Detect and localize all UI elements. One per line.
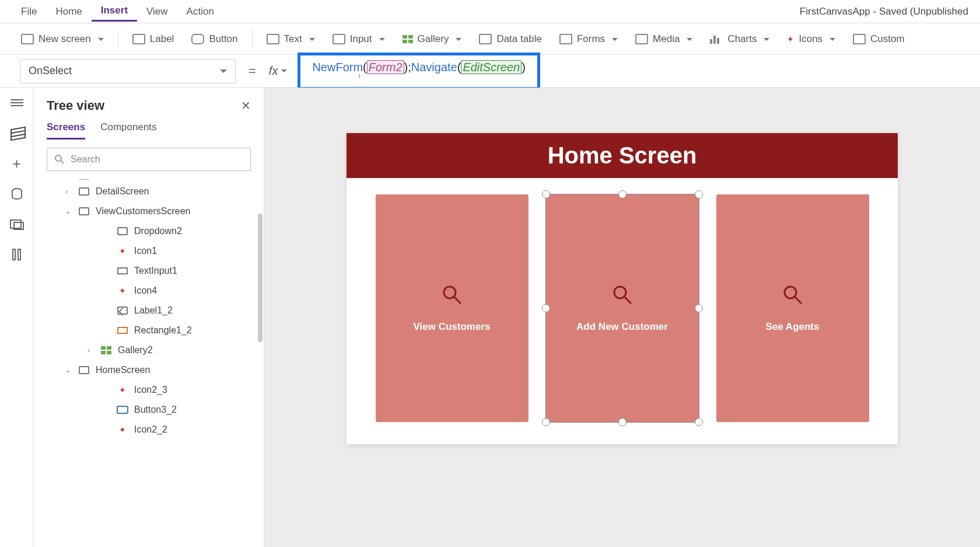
selection-handle[interactable]: [542, 190, 550, 198]
card-view-customers[interactable]: View Customers: [376, 194, 528, 422]
icons-button[interactable]: ✦ Icons: [780, 30, 842, 48]
chevron-down-icon: [281, 69, 287, 75]
menu-file[interactable]: File: [12, 2, 46, 21]
caret-hint: ↑: [312, 74, 526, 78]
formula-fn1: NewForm: [312, 61, 363, 74]
text-button[interactable]: Text: [260, 30, 322, 48]
tools-icon: [11, 248, 23, 261]
button-button[interactable]: Button: [184, 30, 244, 48]
media-button[interactable]: Media: [628, 30, 699, 48]
svg-rect-0: [10, 220, 21, 228]
canvas-area[interactable]: Home Screen View CustomersAdd New Custom…: [264, 88, 980, 547]
svg-rect-3: [18, 249, 20, 260]
rail-data[interactable]: [9, 187, 25, 201]
media-icon: [635, 34, 648, 44]
menu-bar: File Home Insert View Action FirstCanvas…: [0, 0, 980, 23]
search-icon: [611, 284, 634, 308]
tree-item-editscreen[interactable]: ›EditScreen: [34, 179, 264, 182]
rail-hamburger[interactable]: [9, 96, 25, 110]
tree-search[interactable]: Search: [47, 148, 251, 171]
database-icon: [12, 188, 22, 200]
tree-item-label: Icon2_2: [134, 424, 167, 435]
fx-label[interactable]: fx: [269, 64, 288, 78]
button-label: Button: [209, 33, 237, 45]
menu-action[interactable]: Action: [177, 2, 223, 21]
screen-icon: [21, 34, 34, 44]
fx-text: fx: [269, 64, 278, 78]
datatable-icon: [479, 34, 492, 44]
selection-handle[interactable]: [695, 304, 703, 312]
tab-components[interactable]: Components: [100, 121, 156, 140]
tree-item-dropdown2[interactable]: Dropdown2: [34, 221, 264, 241]
tree-list: ›EditScreen›DetailScreen⌄ViewCustomersSc…: [34, 179, 264, 547]
selection-handle[interactable]: [618, 190, 626, 198]
forms-label: Forms: [577, 33, 605, 45]
label-icon: [132, 34, 145, 44]
selection-handle[interactable]: [542, 418, 550, 426]
tree-item-icon1[interactable]: ✦Icon1: [34, 241, 264, 261]
tree-item-label: DetailScreen: [96, 186, 149, 197]
chevron-down-icon: [220, 69, 227, 76]
tree-item-rectangle1_2[interactable]: Rectangle1_2: [34, 320, 264, 340]
new-screen-button[interactable]: New screen: [14, 30, 111, 48]
tree-item-label1_2[interactable]: Label1_2: [34, 301, 264, 320]
media-icon: [10, 218, 24, 230]
tree-item-label: Dropdown2: [134, 226, 182, 236]
forms-button[interactable]: Forms: [552, 30, 625, 48]
rail-insert[interactable]: +: [9, 156, 25, 170]
tree-arrow-icon: ⌄: [65, 207, 72, 215]
tree-item-button3_2[interactable]: Button3_2: [34, 400, 264, 420]
menu-view[interactable]: View: [137, 2, 177, 21]
new-screen-label: New screen: [38, 33, 91, 45]
menu-insert[interactable]: Insert: [92, 1, 137, 22]
tree-scrollbar[interactable]: [258, 214, 262, 342]
canvas-header: Home Screen: [346, 133, 898, 178]
formula-highlight-box: NewForm(Form2);Navigate(EditScreen) ↑: [298, 53, 540, 90]
tree-close-button[interactable]: ✕: [241, 99, 251, 113]
tree-item-viewcustomersscreen[interactable]: ⌄ViewCustomersScreen: [34, 201, 264, 221]
rail-tools[interactable]: [9, 248, 25, 262]
text-icon: [267, 34, 279, 44]
selection-handle[interactable]: [618, 418, 626, 426]
input-button[interactable]: Input: [326, 30, 392, 48]
gallery-label: Gallery: [418, 33, 449, 45]
tree-item-textinput1[interactable]: TextInput1: [34, 261, 264, 281]
card-label: View Customers: [414, 321, 491, 333]
tree-item-label: Icon4: [134, 285, 157, 296]
svg-point-4: [55, 155, 61, 161]
card-add-new-customer[interactable]: Add New Customer: [546, 194, 699, 422]
tree-arrow-icon: ›: [88, 346, 94, 354]
tree-item-homescreen[interactable]: ⌄HomeScreen: [34, 360, 264, 380]
formula-arg1: Form2: [367, 60, 404, 74]
tree-search-placeholder: Search: [71, 154, 100, 165]
tree-item-label: Rectangle1_2: [134, 325, 192, 336]
button-icon: [191, 34, 204, 44]
tree-arrow-icon: ›: [65, 179, 72, 180]
tree-item-icon2_3[interactable]: ✦Icon2_3: [34, 380, 264, 400]
selection-handle[interactable]: [695, 418, 703, 426]
menu-home[interactable]: Home: [46, 2, 91, 21]
search-icon: [54, 154, 65, 165]
property-selector[interactable]: OnSelect: [20, 59, 236, 83]
data-table-button[interactable]: Data table: [472, 30, 549, 48]
canvas-cards: View CustomersAdd New CustomerSee Agents: [346, 178, 898, 422]
tree-item-detailscreen[interactable]: ›DetailScreen: [34, 182, 264, 201]
svg-rect-2: [13, 249, 15, 260]
selection-handle[interactable]: [542, 304, 550, 312]
tree-item-icon4[interactable]: ✦Icon4: [34, 281, 264, 301]
rail-media[interactable]: [9, 217, 25, 231]
formula-input[interactable]: NewForm(Form2);Navigate(EditScreen): [312, 60, 526, 74]
label-button[interactable]: Label: [125, 30, 181, 48]
selection-handle[interactable]: [695, 190, 703, 198]
label-label: Label: [150, 33, 174, 45]
card-see-agents[interactable]: See Agents: [716, 194, 869, 422]
gallery-button[interactable]: Gallery: [396, 30, 469, 48]
rail-treeview[interactable]: [9, 126, 25, 140]
charts-button[interactable]: Charts: [703, 30, 776, 48]
tree-item-icon2_2[interactable]: ✦Icon2_2: [34, 420, 264, 440]
tab-screens[interactable]: Screens: [47, 121, 85, 140]
svg-line-11: [795, 297, 802, 304]
charts-label: Charts: [727, 33, 757, 45]
custom-button[interactable]: Custom: [846, 30, 912, 48]
tree-item-gallery2[interactable]: ›Gallery2: [34, 340, 264, 360]
